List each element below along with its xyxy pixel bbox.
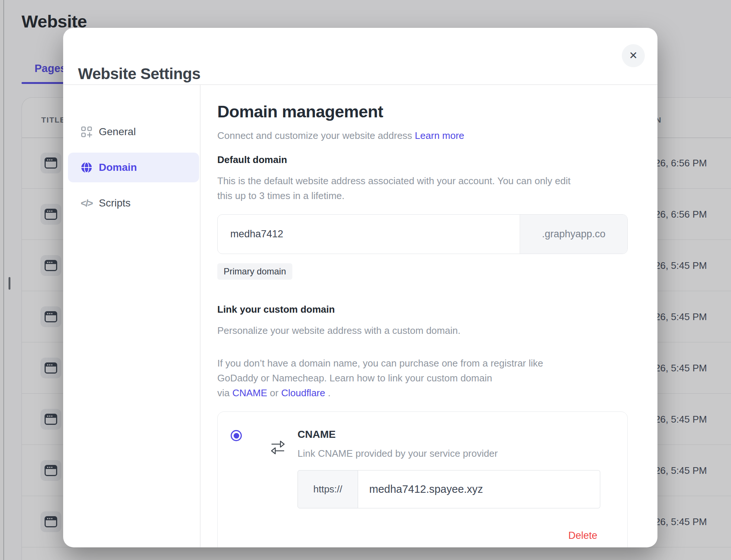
sidebar-item-domain[interactable]: Domain [68, 153, 199, 182]
cname-card: CNAME Link CNAME provided by your servic… [217, 411, 628, 547]
domain-settings-panel: Domain management Connect and customize … [217, 28, 639, 547]
default-domain-input[interactable] [218, 215, 520, 254]
website-settings-modal: Website Settings ✕ General [63, 28, 657, 547]
sidebar-divider [200, 85, 201, 547]
default-domain-input-group: .graphyapp.co [217, 214, 628, 254]
custom-domain-info: If you don’t have a domain name, you can… [217, 356, 543, 400]
cloudflare-link[interactable]: Cloudflare [281, 387, 325, 398]
section-subtitle: Connect and customize your website addre… [217, 128, 464, 143]
cname-link[interactable]: CNAME [232, 387, 267, 398]
globe-icon [80, 161, 93, 174]
default-domain-description: This is the default website address asso… [217, 173, 571, 203]
custom-domain-input[interactable] [358, 471, 600, 508]
sidebar-item-scripts[interactable]: </> Scripts [68, 188, 199, 218]
cname-radio[interactable] [231, 430, 242, 441]
custom-domain-label: Link your custom domain [217, 304, 335, 315]
sidebar-item-label: General [99, 126, 136, 138]
custom-domain-description: Personalize your website address with a … [217, 323, 461, 338]
learn-more-link[interactable]: Learn more [415, 130, 464, 141]
cname-title: CNAME [298, 429, 336, 440]
transfer-arrows-icon [269, 439, 287, 456]
screen: Website Pages TITLE CREATED ON 26, 6:56 … [0, 0, 731, 560]
grid-plus-icon [80, 126, 93, 137]
protocol-prefix: https:// [298, 470, 358, 508]
radio-dot [234, 433, 239, 439]
section-heading: Domain management [217, 102, 383, 121]
modal-title: Website Settings [78, 65, 201, 83]
cname-subtitle: Link CNAME provided by your service prov… [298, 448, 498, 459]
cname-input-group: https:// [298, 470, 600, 508]
sidebar-item-label: Scripts [99, 197, 131, 209]
sidebar-item-general[interactable]: General [68, 117, 199, 147]
primary-domain-badge: Primary domain [217, 263, 292, 280]
code-icon: </> [80, 198, 93, 209]
default-domain-label: Default domain [217, 154, 287, 166]
domain-suffix: .graphyapp.co [520, 215, 627, 254]
sidebar-item-label: Domain [99, 162, 137, 173]
delete-domain-button[interactable]: Delete [568, 530, 597, 541]
